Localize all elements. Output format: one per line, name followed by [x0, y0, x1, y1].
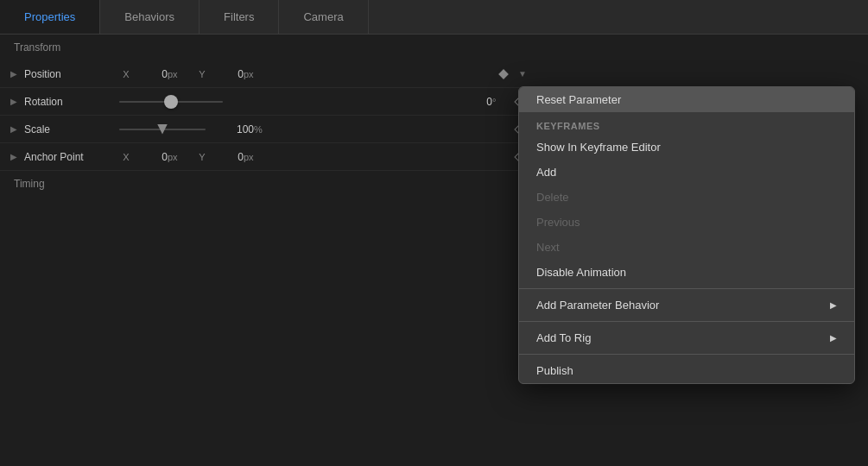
menu-item-add-to-rig[interactable]: Add To Rig▶: [519, 325, 854, 350]
position-x-unit: px: [168, 69, 188, 79]
menu-item-arrow-add-to-rig: ▶: [830, 333, 837, 343]
properties-panel: Transform ▶ Position X 0 px Y 0 px ▼ ▶ R…: [0, 35, 535, 197]
menu-item-label-next: Next: [536, 241, 560, 254]
menu-item-delete: Delete: [519, 185, 854, 210]
position-y-label: Y: [195, 69, 209, 79]
tab-camera[interactable]: Camera: [279, 0, 368, 34]
anchor-y-value[interactable]: 0: [209, 151, 244, 163]
anchor-x-value[interactable]: 0: [133, 151, 168, 163]
menu-item-previous: Previous: [519, 210, 854, 235]
tab-behaviors-label: Behaviors: [124, 10, 174, 23]
menu-item-show-in-keyframe-editor[interactable]: Show In Keyframe Editor: [519, 135, 854, 160]
anchor-point-row: ▶ Anchor Point X 0 px Y 0 px: [0, 143, 535, 171]
menu-item-add[interactable]: Add: [519, 160, 854, 185]
tab-filters-label: Filters: [224, 10, 254, 23]
anchor-point-label: Anchor Point: [24, 151, 119, 163]
context-menu: Reset ParameterKEYFRAMESShow In Keyframe…: [518, 86, 855, 384]
scale-value[interactable]: 100: [219, 123, 254, 135]
rotation-row: ▶ Rotation 0 °: [0, 88, 535, 116]
menu-item-disable-animation[interactable]: Disable Animation: [519, 260, 854, 285]
position-label: Position: [24, 68, 119, 80]
timing-section-header: Timing: [0, 171, 535, 197]
menu-item-label-publish: Publish: [536, 364, 573, 377]
menu-item-label-reset-parameter: Reset Parameter: [536, 93, 621, 106]
tab-properties[interactable]: Properties: [0, 0, 100, 34]
rotation-value[interactable]: 0: [458, 96, 492, 108]
menu-item-label-add: Add: [536, 166, 556, 179]
menu-divider: [519, 354, 854, 355]
menu-item-arrow-add-parameter-behavior: ▶: [830, 300, 837, 310]
rotation-slider[interactable]: [119, 93, 444, 110]
tab-properties-label: Properties: [24, 10, 75, 23]
menu-item-label-disable-animation: Disable Animation: [536, 266, 626, 279]
position-row: ▶ Position X 0 px Y 0 px ▼: [0, 60, 535, 88]
rotation-unit: °: [492, 97, 513, 107]
anchor-x-unit: px: [168, 152, 188, 162]
anchor-x-label: X: [119, 152, 133, 162]
rotation-label: Rotation: [24, 96, 119, 108]
position-x-value[interactable]: 0: [133, 68, 168, 80]
menu-section-keyframes-section: KEYFRAMES: [519, 112, 854, 135]
position-chevron-btn[interactable]: ▼: [516, 68, 529, 80]
menu-divider: [519, 321, 854, 322]
rotation-disclosure[interactable]: ▶: [7, 95, 21, 109]
tab-camera-label: Camera: [303, 10, 343, 23]
scale-label: Scale: [24, 123, 119, 135]
transform-section-header: Transform: [0, 35, 535, 60]
position-y-value[interactable]: 0: [209, 68, 244, 80]
menu-item-label-add-to-rig: Add To Rig: [536, 331, 591, 344]
menu-item-label-previous: Previous: [536, 216, 580, 229]
menu-divider: [519, 288, 854, 289]
scale-disclosure[interactable]: ▶: [7, 123, 21, 136]
tab-filters[interactable]: Filters: [200, 0, 279, 34]
anchor-point-disclosure[interactable]: ▶: [7, 150, 21, 164]
position-disclosure[interactable]: ▶: [7, 67, 21, 81]
anchor-y-label: Y: [195, 152, 209, 162]
scale-unit: %: [254, 124, 275, 135]
menu-item-label-add-parameter-behavior: Add Parameter Behavior: [536, 299, 659, 312]
menu-item-publish[interactable]: Publish: [519, 358, 854, 383]
menu-item-label-show-in-keyframe-editor: Show In Keyframe Editor: [536, 141, 661, 154]
menu-item-add-parameter-behavior[interactable]: Add Parameter Behavior▶: [519, 293, 854, 318]
menu-item-reset-parameter[interactable]: Reset Parameter: [519, 87, 854, 112]
menu-item-next: Next: [519, 235, 854, 260]
scale-row: ▶ Scale 100 %: [0, 116, 535, 143]
position-y-unit: px: [244, 69, 264, 79]
position-keyframe-btn[interactable]: [497, 68, 510, 80]
position-x-label: X: [119, 69, 133, 79]
scale-slider[interactable]: [119, 129, 206, 130]
tab-bar: Properties Behaviors Filters Camera: [0, 0, 868, 35]
tab-behaviors[interactable]: Behaviors: [100, 0, 200, 34]
menu-item-label-delete: Delete: [536, 191, 569, 204]
anchor-y-unit: px: [244, 152, 264, 162]
